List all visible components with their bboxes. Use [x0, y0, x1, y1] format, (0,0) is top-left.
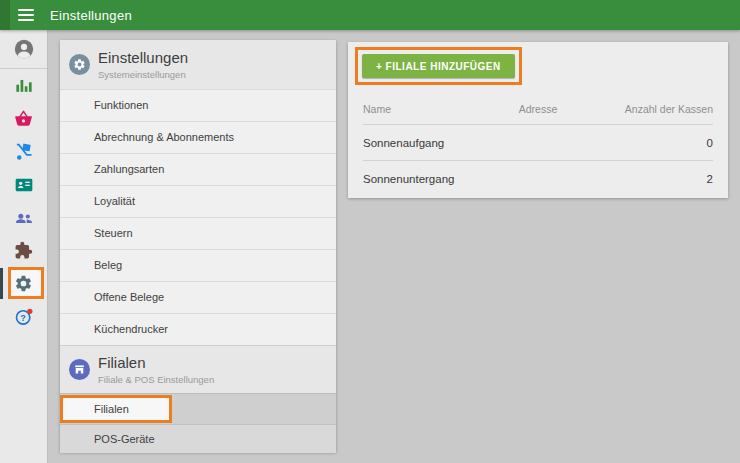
shopping-basket-icon — [14, 109, 33, 128]
column-header-name: Name — [363, 103, 480, 115]
sidebar-item-help[interactable]: ? — [0, 300, 47, 333]
store-kassen-count: 2 — [596, 173, 713, 185]
sidebar-item-articles[interactable] — [0, 102, 47, 135]
sidebar-item-apps[interactable] — [0, 234, 47, 267]
store-row[interactable]: Sonnenaufgang 0 — [363, 124, 713, 160]
section-title: Einstellungen — [98, 49, 188, 66]
settings-menu-item[interactable]: Beleg — [60, 249, 336, 281]
topbar: Einstellungen — [0, 0, 740, 30]
sidebar: ? — [0, 30, 48, 463]
annotation-box-add-button: + FILIALE HINZUFÜGEN — [355, 47, 522, 85]
topbar-left-shade — [0, 0, 10, 30]
stores-table-header: Name Adresse Anzahl der Kassen — [363, 85, 713, 124]
account-circle-icon — [13, 38, 35, 60]
hand-truck-icon — [14, 142, 34, 162]
store-kassen-count: 0 — [596, 137, 713, 149]
hamburger-menu-icon[interactable] — [18, 9, 34, 21]
sidebar-item-customers[interactable] — [0, 168, 47, 201]
settings-menu-item[interactable]: Zahlungsarten — [60, 153, 336, 185]
settings-menu-item[interactable]: Steuern — [60, 217, 336, 249]
settings-menu-item[interactable]: Offene Belege — [60, 281, 336, 313]
puzzle-icon — [14, 241, 33, 260]
settings-menu-item[interactable]: Abrechnung & Abonnements — [60, 121, 336, 153]
column-header-kassen: Anzahl der Kassen — [596, 103, 713, 115]
page-title: Einstellungen — [50, 8, 132, 23]
gear-icon — [14, 274, 33, 293]
contact-card-icon — [14, 175, 34, 195]
settings-menu-item[interactable]: Küchendrucker — [60, 313, 336, 345]
section-subtitle: Filiale & POS Einstellungen — [98, 374, 214, 385]
store-row[interactable]: Sonnenuntergang 2 — [363, 160, 713, 196]
sidebar-item-settings[interactable] — [0, 267, 47, 300]
sidebar-item-reports[interactable] — [0, 69, 47, 102]
svg-text:?: ? — [20, 312, 26, 322]
help-icon: ? — [14, 307, 34, 327]
sidebar-item-employees[interactable] — [0, 201, 47, 234]
active-section-indicator — [0, 268, 3, 299]
stores-panel: + FILIALE HINZUFÜGEN Name Adresse Anzahl… — [348, 42, 728, 198]
section-header-einstellungen: Einstellungen Systemeinstellungen — [60, 40, 336, 89]
store-name: Sonnenuntergang — [363, 173, 480, 185]
sidebar-item-account[interactable] — [0, 30, 47, 68]
section-subtitle: Systemeinstellungen — [98, 69, 188, 80]
column-header-adresse: Adresse — [480, 103, 597, 115]
app-window: Einstellungen — [0, 0, 740, 463]
settings-menu-card: Einstellungen Systemeinstellungen Funkti… — [60, 40, 336, 452]
people-icon — [14, 208, 34, 228]
store-name: Sonnenaufgang — [363, 137, 480, 149]
section-title: Filialen — [98, 354, 214, 371]
settings-menu-item[interactable]: Funktionen — [60, 89, 336, 121]
store-badge-icon — [69, 359, 90, 380]
stores-table: Name Adresse Anzahl der Kassen Sonnenauf… — [348, 85, 728, 196]
menu-item-label: Filialen — [60, 394, 336, 424]
menu-item-filialen[interactable]: Filialen — [60, 393, 336, 424]
bar-chart-icon — [14, 76, 33, 95]
section-header-filialen: Filialen Filiale & POS Einstellungen — [60, 345, 336, 393]
settings-menu-item[interactable]: Loyalität — [60, 185, 336, 217]
add-filiale-button[interactable]: + FILIALE HINZUFÜGEN — [362, 54, 515, 78]
gear-badge-icon — [69, 54, 90, 75]
menu-item-pos-geraete[interactable]: POS-Geräte — [60, 424, 336, 453]
sidebar-item-inventory[interactable] — [0, 135, 47, 168]
